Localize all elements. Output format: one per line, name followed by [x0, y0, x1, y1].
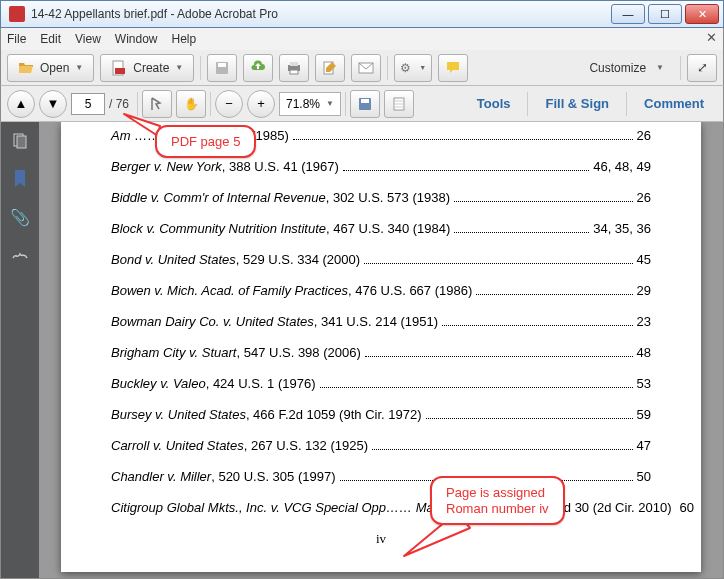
menu-help[interactable]: Help	[172, 32, 197, 46]
menu-file[interactable]: File	[7, 32, 26, 46]
save-copy-button[interactable]	[350, 90, 380, 118]
case-citation: Carroll v. United States, 267 U.S. 132 (…	[111, 438, 368, 453]
leader-dots	[454, 201, 633, 202]
menu-window[interactable]: Window	[115, 32, 158, 46]
case-citation: Berger v. New York, 388 U.S. 41 (1967)	[111, 159, 339, 174]
thumbnails-tab[interactable]	[11, 132, 29, 150]
case-citation: Brigham City v. Stuart, 547 U.S. 398 (20…	[111, 345, 361, 360]
toc-page-ref: 29	[637, 283, 651, 298]
leader-dots	[364, 263, 632, 264]
toolbar-main: Open ▼ Create ▼ ⚙▼ Customize▼ ⤢	[0, 50, 724, 86]
case-citation: Bowen v. Mich. Acad. of Family Practices…	[111, 283, 472, 298]
attachments-tab[interactable]: 📎	[11, 208, 29, 226]
toc-row: Citigroup Global Mkts., Inc. v. VCG Spec…	[111, 500, 651, 515]
toc-page-ref: 47	[637, 438, 651, 453]
toc-row: Chandler v. Miller, 520 U.S. 305 (1997)5…	[111, 469, 651, 484]
case-citation: Biddle v. Comm'r of Internal Revenue, 30…	[111, 190, 450, 205]
zoom-in-button[interactable]: +	[247, 90, 275, 118]
toc-page-ref: 26	[637, 128, 651, 143]
chevron-down-icon: ▼	[326, 99, 334, 108]
bookmarks-tab[interactable]	[11, 170, 29, 188]
page-number-input[interactable]	[71, 93, 105, 115]
toc-row: Brigham City v. Stuart, 547 U.S. 398 (20…	[111, 345, 651, 360]
email-button[interactable]	[351, 54, 381, 82]
print-button[interactable]	[279, 54, 309, 82]
gear-icon: ⚙	[400, 61, 411, 75]
edit-button[interactable]	[315, 54, 345, 82]
separator	[527, 92, 528, 116]
arrow-up-icon: ▲	[15, 96, 28, 111]
document-viewport[interactable]: Am ……, …… U.S. 115 (1985)26Berger v. New…	[39, 122, 723, 578]
svg-rect-1	[115, 68, 125, 74]
zoom-out-button[interactable]: −	[215, 90, 243, 118]
chevron-down-icon: ▼	[656, 63, 664, 72]
toolbar-nav: ▲ ▼ / 76 ✋ − + 71.8%▼ Tools Fill & Sign …	[0, 86, 724, 122]
table-of-authorities: Am ……, …… U.S. 115 (1985)26Berger v. New…	[111, 128, 651, 515]
toc-row: Bowman Dairy Co. v. United States, 341 U…	[111, 314, 651, 329]
callout-roman-number: Page is assigned Roman number iv	[430, 476, 565, 525]
view-mode-button[interactable]	[384, 90, 414, 118]
page-up-button[interactable]: ▲	[7, 90, 35, 118]
open-button[interactable]: Open ▼	[7, 54, 94, 82]
case-citation: Bowman Dairy Co. v. United States, 341 U…	[111, 314, 438, 329]
toc-page-ref: 50	[637, 469, 651, 484]
leader-dots	[426, 418, 633, 419]
leader-dots	[365, 356, 633, 357]
save-icon	[357, 96, 373, 112]
create-button[interactable]: Create ▼	[100, 54, 194, 82]
menu-view[interactable]: View	[75, 32, 101, 46]
leader-dots	[442, 325, 632, 326]
window-titlebar: 14-42 Appellants brief.pdf - Adobe Acrob…	[0, 0, 724, 28]
acrobat-icon	[9, 6, 25, 22]
toc-row: Carroll v. United States, 267 U.S. 132 (…	[111, 438, 651, 453]
envelope-icon	[358, 60, 374, 76]
toc-page-ref: 26	[637, 190, 651, 205]
document-close-button[interactable]: ✕	[706, 30, 717, 45]
fill-sign-panel-button[interactable]: Fill & Sign	[532, 90, 622, 118]
separator	[345, 92, 346, 116]
fullscreen-button[interactable]: ⤢	[687, 54, 717, 82]
work-area: 📎 Am ……, …… U.S. 115 (1985)26Berger v. N…	[0, 122, 724, 579]
page-fit-icon	[391, 96, 407, 112]
menu-edit[interactable]: Edit	[40, 32, 61, 46]
leader-dots	[476, 294, 632, 295]
page-down-button[interactable]: ▼	[39, 90, 67, 118]
customize-button[interactable]: Customize▼	[579, 54, 674, 82]
case-citation: Bursey v. United States, 466 F.2d 1059 (…	[111, 407, 422, 422]
save-button[interactable]	[207, 54, 237, 82]
signatures-tab[interactable]	[11, 246, 29, 264]
tools-panel-button[interactable]: Tools	[464, 90, 524, 118]
settings-button[interactable]: ⚙▼	[394, 54, 432, 82]
arrow-down-icon: ▼	[47, 96, 60, 111]
toc-page-ref: 53	[637, 376, 651, 391]
svg-rect-3	[218, 63, 226, 67]
zoom-select[interactable]: 71.8%▼	[279, 92, 341, 116]
toc-row: Buckley v. Valeo, 424 U.S. 1 (1976)53	[111, 376, 651, 391]
toc-row: Biddle v. Comm'r of Internal Revenue, 30…	[111, 190, 651, 205]
chevron-down-icon: ▼	[75, 63, 83, 72]
separator	[387, 56, 388, 80]
toc-page-ref: 59	[637, 407, 651, 422]
chevron-down-icon: ▼	[419, 64, 426, 71]
svg-rect-13	[17, 136, 26, 148]
toc-row: Bowen v. Mich. Acad. of Family Practices…	[111, 283, 651, 298]
save-icon	[214, 60, 230, 76]
customize-label: Customize	[589, 61, 646, 75]
separator	[680, 56, 681, 80]
case-citation: Buckley v. Valeo, 424 U.S. 1 (1976)	[111, 376, 316, 391]
navigation-pane: 📎	[1, 122, 39, 578]
maximize-button[interactable]: ☐	[648, 4, 682, 24]
leader-dots	[454, 232, 589, 233]
close-button[interactable]: ✕	[685, 4, 719, 24]
hand-icon: ✋	[184, 97, 199, 111]
toc-page-ref: 34, 35, 36	[593, 221, 651, 236]
separator	[200, 56, 201, 80]
zoom-value: 71.8%	[286, 97, 320, 111]
minimize-button[interactable]: —	[611, 4, 645, 24]
comment-panel-button[interactable]: Comment	[631, 90, 717, 118]
case-citation: Chandler v. Miller, 520 U.S. 305 (1997)	[111, 469, 336, 484]
page-number-roman: iv	[111, 531, 651, 547]
comment-bubble-button[interactable]	[438, 54, 468, 82]
cloud-button[interactable]	[243, 54, 273, 82]
plus-icon: +	[257, 96, 265, 111]
